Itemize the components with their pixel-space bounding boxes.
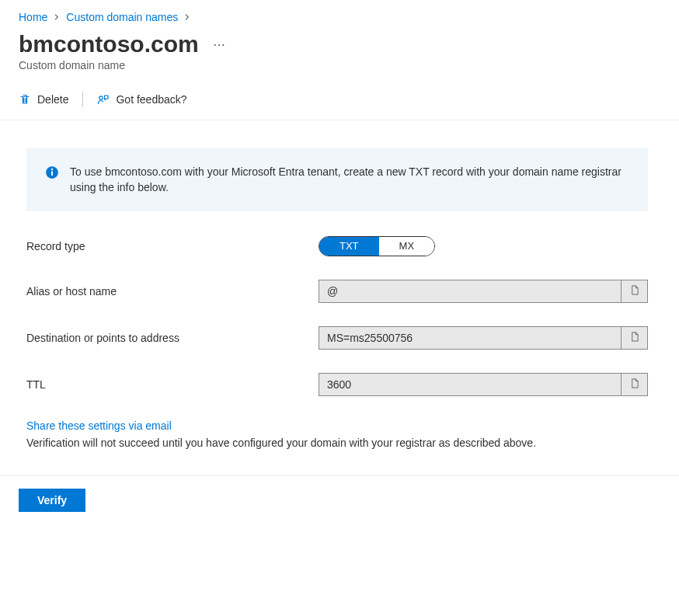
- share-email-link[interactable]: Share these settings via email: [26, 419, 172, 432]
- copy-alias-button[interactable]: [622, 280, 648, 303]
- copy-destination-button[interactable]: [622, 326, 648, 350]
- destination-label: Destination or points to address: [26, 332, 319, 344]
- chevron-right-icon: [54, 12, 60, 22]
- svg-rect-2: [51, 171, 53, 176]
- alias-field[interactable]: [319, 280, 622, 303]
- ttl-field[interactable]: [319, 373, 622, 396]
- alias-label: Alias or host name: [26, 285, 319, 298]
- ttl-label: TTL: [26, 378, 319, 391]
- record-type-mx[interactable]: MX: [379, 237, 435, 256]
- page-title: bmcontoso.com: [19, 31, 199, 57]
- copy-icon: [629, 378, 639, 392]
- svg-point-3: [51, 169, 53, 170]
- destination-field[interactable]: [319, 326, 622, 350]
- chevron-right-icon: [184, 12, 190, 22]
- copy-icon: [629, 331, 639, 345]
- copy-ttl-button[interactable]: [622, 373, 648, 396]
- page-subtitle: Custom domain name: [19, 59, 660, 71]
- delete-label: Delete: [37, 93, 68, 106]
- breadcrumb-home[interactable]: Home: [19, 11, 47, 23]
- feedback-label: Got feedback?: [116, 93, 186, 106]
- more-icon[interactable]: ⋯: [210, 37, 229, 52]
- verify-button[interactable]: Verify: [19, 489, 85, 512]
- copy-icon: [629, 284, 639, 298]
- breadcrumb: Home Custom domain names: [0, 0, 679, 31]
- record-type-label: Record type: [26, 240, 319, 252]
- person-feedback-icon: [97, 93, 110, 106]
- breadcrumb-custom-domains[interactable]: Custom domain names: [66, 11, 178, 23]
- feedback-button[interactable]: Got feedback?: [97, 90, 186, 109]
- delete-button[interactable]: Delete: [19, 90, 68, 109]
- toolbar-divider: [82, 92, 83, 107]
- info-banner: To use bmcontoso.com with your Microsoft…: [26, 148, 648, 211]
- record-type-txt[interactable]: TXT: [319, 237, 379, 256]
- info-icon: [45, 165, 59, 179]
- info-text: To use bmcontoso.com with your Microsoft…: [70, 164, 629, 196]
- record-type-toggle: TXT MX: [319, 236, 435, 256]
- trash-icon: [19, 93, 31, 106]
- svg-point-0: [99, 96, 103, 99]
- toolbar: Delete Got feedback?: [0, 75, 679, 120]
- verification-note: Verification will not succeed until you …: [26, 435, 642, 451]
